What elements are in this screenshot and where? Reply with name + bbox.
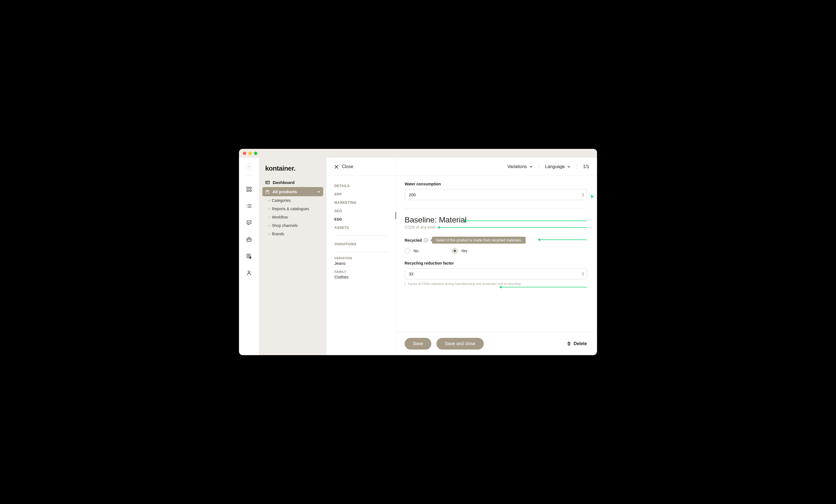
delete-button[interactable]: Delete — [567, 341, 587, 346]
window-zoom-dot[interactable] — [254, 152, 258, 155]
reduction-factor-hint: Factor of CO2e reduction during manufact… — [405, 282, 587, 286]
sidebar-item-categories[interactable]: › Categories — [262, 196, 323, 205]
sidebar-all-products[interactable]: All products — [262, 187, 323, 196]
dashboard-icon — [265, 180, 270, 185]
svg-rect-1 — [250, 187, 251, 189]
annotation-arrow — [463, 220, 587, 221]
rail-divider — [244, 175, 254, 175]
radio-icon — [452, 248, 458, 254]
sidebar-sub-label: Workflow — [272, 215, 288, 219]
close-button[interactable]: Close — [334, 164, 353, 169]
section-divider — [405, 209, 587, 209]
svg-rect-2 — [247, 190, 248, 192]
sidebar-all-products-label: All products — [272, 189, 297, 194]
recycled-tooltip: Select if this product is made from recy… — [432, 237, 526, 244]
recycled-radio-group: No Yes — [405, 248, 587, 254]
close-label: Close — [342, 164, 353, 169]
variations-dropdown[interactable]: Variations — [508, 164, 533, 169]
svg-point-8 — [247, 207, 247, 208]
app-body: kontainer. Dashboard All products — [239, 158, 597, 355]
secnav-separator — [334, 235, 388, 236]
svg-point-17 — [248, 271, 250, 273]
secnav-family-value: Clothes — [334, 273, 388, 284]
window-titlebar — [239, 149, 597, 158]
briefcase-icon[interactable] — [246, 237, 252, 242]
variations-label: Variations — [508, 164, 527, 169]
reduction-factor-input[interactable] — [405, 268, 587, 279]
chevron-right-icon: › — [268, 224, 270, 228]
chevron-down-icon — [529, 165, 533, 168]
sidebar-dashboard[interactable]: Dashboard — [262, 178, 323, 187]
save-button[interactable]: Save — [405, 338, 431, 350]
secnav-assets[interactable]: ASSETS — [334, 224, 388, 232]
sidebar-item-workflow[interactable]: › Workflow — [262, 213, 323, 221]
annotation-arrow — [499, 287, 587, 287]
back-button[interactable] — [246, 163, 252, 170]
svg-rect-3 — [250, 190, 251, 192]
list-icon[interactable] — [246, 203, 252, 209]
chevron-right-icon: › — [268, 198, 270, 202]
content-area: Water consumption ▲▼ Baseline: Material … — [396, 176, 597, 332]
sidebar-sub-label: Categories — [272, 198, 291, 203]
recycled-radio-yes[interactable]: Yes — [452, 248, 467, 254]
apps-icon[interactable] — [246, 187, 252, 192]
footer-bar: Save Save and close Delete — [396, 332, 597, 355]
window-minimize-dot[interactable] — [248, 152, 252, 155]
radio-icon — [405, 248, 410, 254]
sidebar-sub-label: Brands — [272, 232, 284, 236]
language-label: Language — [545, 164, 565, 169]
secnav-seo[interactable]: SEO — [334, 207, 388, 215]
report-check-icon[interactable] — [246, 253, 252, 259]
secnav-variation-value: Jeans — [334, 260, 388, 270]
chevron-right-icon: › — [268, 232, 270, 236]
approval-icon[interactable] — [246, 220, 252, 226]
trash-icon — [567, 341, 571, 346]
reduction-factor-label: Recycling reduction factor — [405, 261, 587, 265]
secnav-esg[interactable]: ESG — [334, 215, 388, 224]
radio-no-label: No — [414, 249, 419, 253]
svg-rect-18 — [266, 181, 270, 184]
secnav-marketing[interactable]: MARKETING — [334, 198, 388, 207]
sidebar-item-reports[interactable]: › Reports & catalogues — [262, 205, 323, 213]
language-dropdown[interactable]: Language — [545, 164, 571, 169]
secnav-variations[interactable]: VARIATIONS — [334, 240, 388, 248]
secnav-details[interactable]: DETAILS — [334, 182, 388, 190]
number-stepper[interactable]: ▲▼ — [582, 272, 584, 276]
brand-logo: kontainer. — [262, 162, 323, 178]
sidebar-item-brands[interactable]: › Brands — [262, 230, 323, 238]
save-and-close-button[interactable]: Save and close — [436, 338, 483, 350]
annotation-arrow — [438, 227, 587, 228]
topbar-separator — [539, 163, 539, 170]
delete-label: Delete — [574, 341, 587, 346]
chevron-down-icon — [567, 165, 571, 168]
number-stepper[interactable]: ▲▼ — [582, 193, 584, 197]
water-consumption-input[interactable] — [405, 189, 587, 200]
secnav-erp[interactable]: ERP — [334, 190, 388, 198]
chevron-right-icon: › — [268, 207, 270, 211]
water-consumption-label: Water consumption — [405, 182, 587, 186]
secnav-separator — [334, 252, 388, 252]
section-title: Baseline: Material — [405, 215, 587, 225]
sidebar-item-shop-channels[interactable]: › Shop channels — [262, 221, 323, 230]
recycled-label: Recycled — [405, 238, 422, 243]
primary-sidebar: kontainer. Dashboard All products — [259, 158, 326, 355]
secnav-family-heading: FAMILY — [334, 270, 388, 273]
info-icon[interactable]: i — [424, 238, 428, 242]
svg-rect-21 — [266, 191, 269, 193]
water-consumption-field-wrap: ▲▼ — [405, 189, 587, 200]
secondary-nav: DETAILS ERP MARKETING SEO ESG ASSETS VAR… — [326, 158, 396, 355]
annotation-arrow — [538, 239, 587, 240]
svg-rect-0 — [247, 187, 248, 189]
recycled-radio-no[interactable]: No — [405, 248, 419, 254]
sidebar-dashboard-label: Dashboard — [273, 180, 294, 185]
sidebar-sub-label: Reports & catalogues — [272, 207, 309, 211]
reduction-factor-field-wrap: ▲▼ — [405, 268, 587, 279]
pager: 1/1 — [583, 164, 589, 169]
window-close-dot[interactable] — [243, 152, 246, 155]
chevron-right-icon: › — [268, 215, 270, 219]
chevron-down-icon — [317, 190, 320, 193]
secnav-variation-heading: VARIATION — [334, 256, 388, 260]
app-window: kontainer. Dashboard All products — [239, 149, 597, 355]
user-icon[interactable] — [246, 270, 252, 276]
svg-point-4 — [247, 204, 247, 205]
